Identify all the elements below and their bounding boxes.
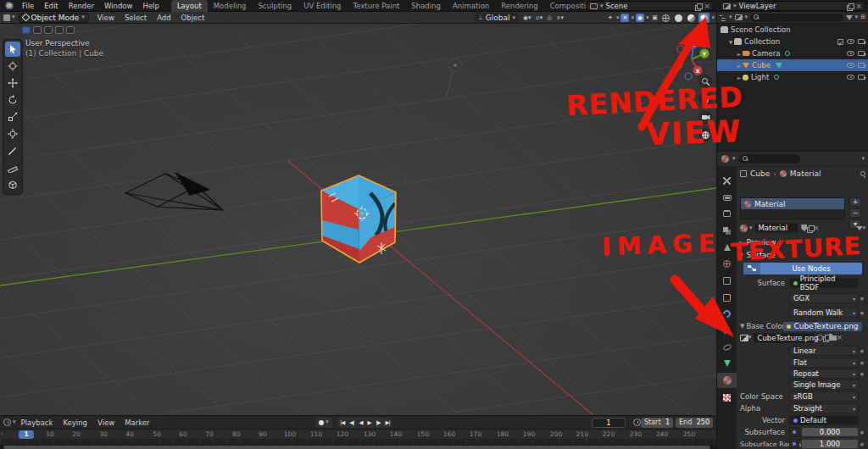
workspace-tab[interactable]: Sculpting: [252, 0, 298, 12]
blender-logo-icon[interactable]: [3, 2, 14, 10]
use-nodes-button[interactable]: Use Nodes: [743, 263, 862, 274]
outliner-row-cube[interactable]: ► Cube: [717, 59, 868, 71]
frame-start-field[interactable]: Start 1: [641, 418, 673, 428]
mode-dropdown[interactable]: Object Mode ▾: [19, 13, 89, 23]
viewport-3d[interactable]: Z Y X User Perspective (1) Collection | …: [0, 24, 716, 415]
camera-view-button[interactable]: [698, 110, 712, 124]
menu-item[interactable]: Object: [176, 12, 210, 24]
tab-particles[interactable]: [717, 323, 737, 338]
playback-button[interactable]: ▶: [364, 418, 373, 428]
caret-down-icon[interactable]: ▾: [729, 14, 732, 20]
scale-tool[interactable]: [5, 109, 20, 125]
workspace-tab[interactable]: Layout: [171, 0, 208, 12]
playback-button[interactable]: ◀: [356, 418, 364, 428]
filter-funnel-icon[interactable]: [846, 15, 853, 20]
vector-field[interactable]: Default: [789, 415, 859, 425]
timeline-ruler[interactable]: 1020304050607080901001101201301401501601…: [0, 430, 716, 439]
material-slot-row[interactable]: Material: [741, 198, 844, 209]
outliner-filter-id-icon[interactable]: [735, 14, 743, 20]
open-image-folder-icon[interactable]: [829, 335, 837, 341]
light-object[interactable]: [446, 59, 462, 99]
tab-scene[interactable]: [717, 240, 737, 255]
color-space-dropdown[interactable]: sRGB ▾: [789, 391, 859, 402]
outliner-row-light[interactable]: ► Light: [717, 71, 868, 83]
collection-chip-icon[interactable]: [22, 26, 31, 34]
expand-icon[interactable]: ►: [736, 51, 743, 57]
surface-shader-field[interactable]: Principled BSDF: [789, 278, 859, 288]
properties-search-input[interactable]: [739, 154, 800, 164]
image-name-field[interactable]: CubeTexture.png: [754, 333, 815, 343]
decorator-dot[interactable]: ●: [859, 360, 865, 365]
decorator-dot[interactable]: ●: [859, 430, 865, 435]
new-collection-icon[interactable]: ⊞: [860, 14, 865, 20]
rotate-tool[interactable]: [5, 92, 20, 108]
copy-material-icon[interactable]: [807, 225, 813, 231]
workspace-tab[interactable]: UV Editing: [298, 0, 347, 12]
collection-chip-icon[interactable]: [55, 26, 64, 34]
cursor-tool[interactable]: [5, 58, 20, 74]
current-frame-field[interactable]: 1: [592, 418, 626, 428]
axis-neg-y-ball[interactable]: [675, 62, 682, 69]
subsurface-value-slider[interactable]: 0.000: [801, 427, 859, 437]
menu-item[interactable]: Add: [152, 12, 175, 24]
view-layer-selector[interactable]: ▾ ViewLayer ×: [720, 1, 865, 11]
show-gizmo-toggle-icon[interactable]: ✕: [620, 14, 629, 22]
properties-editor-icon[interactable]: [721, 155, 729, 163]
tab-object[interactable]: [717, 290, 737, 305]
axis-neg-z-ball[interactable]: [685, 73, 692, 80]
transform-tool[interactable]: [5, 126, 20, 141]
tab-view-layer[interactable]: [717, 223, 737, 238]
remove-slot-button[interactable]: −: [849, 208, 861, 218]
caret-down-icon[interactable]: ▾: [863, 225, 866, 231]
perspective-toggle-button[interactable]: [698, 128, 712, 141]
tab-material[interactable]: [717, 373, 737, 388]
unlink-image-icon[interactable]: ×: [837, 334, 843, 341]
workspace-tab[interactable]: Shading: [405, 0, 447, 12]
timeline-editor-icon[interactable]: [3, 419, 11, 426]
workspace-tab[interactable]: Rendering: [495, 0, 543, 12]
material-name-field[interactable]: Material: [754, 223, 799, 233]
decorator-dot[interactable]: ●: [859, 296, 865, 301]
caret-down-icon[interactable]: ▾: [732, 156, 736, 162]
tab-collection[interactable]: [717, 273, 737, 288]
interpolation-dropdown[interactable]: Linear ▾: [789, 346, 859, 356]
material-specials-funnel-icon[interactable]: [856, 226, 863, 230]
show-gizmos-icon[interactable]: ✦: [606, 14, 615, 22]
menu-item[interactable]: View: [92, 417, 120, 429]
tab-object-data[interactable]: [717, 356, 737, 371]
hide-eye-icon[interactable]: [847, 63, 854, 68]
timeline-scrollbar-thumb[interactable]: [3, 446, 710, 449]
gizmo-options-caret[interactable]: ▾: [631, 15, 634, 21]
shading-rendered-button[interactable]: [698, 13, 709, 23]
pan-hand-button[interactable]: [698, 92, 712, 106]
add-cube-tool[interactable]: [5, 177, 20, 192]
decorator-dot[interactable]: ●: [859, 310, 865, 315]
caret-down-icon[interactable]: ▾: [748, 335, 752, 341]
outliner-search-input[interactable]: [750, 14, 843, 22]
tab-tool[interactable]: [717, 173, 737, 188]
properties-options-caret[interactable]: ▾: [861, 156, 865, 162]
outliner-row-scene-collection[interactable]: Scene Collection: [717, 24, 868, 36]
playback-button[interactable]: ▶|: [383, 418, 392, 428]
alpha-dropdown[interactable]: Straight ▾: [789, 403, 859, 413]
tab-output[interactable]: [717, 206, 737, 221]
pivot-point-icon[interactable]: ◉▾: [523, 15, 531, 21]
annotate-tool[interactable]: [5, 143, 20, 158]
navigation-gizmo[interactable]: Z Y X: [675, 40, 709, 80]
image-icon[interactable]: [740, 335, 748, 341]
xray-toggle-icon[interactable]: ▣: [650, 14, 659, 22]
tab-render[interactable]: [717, 190, 737, 205]
preview-section-header[interactable]: ▾ Preview: [740, 237, 865, 247]
menu-item[interactable]: Keying: [58, 417, 92, 429]
select-box-tool[interactable]: [5, 42, 20, 57]
timeline-expand-arrow[interactable]: ›: [1, 430, 3, 437]
collection-chip-icon[interactable]: [44, 26, 53, 34]
shading-solid-button[interactable]: [673, 13, 684, 23]
outliner-display-mode-icon[interactable]: [720, 14, 726, 21]
menu-item[interactable]: Marker: [120, 417, 154, 429]
move-tool[interactable]: [5, 75, 20, 91]
proportional-editing-icon[interactable]: ◎: [547, 15, 552, 21]
scene-selector[interactable]: ▾ Scene ×: [587, 1, 714, 11]
playback-button[interactable]: |▶: [373, 418, 382, 428]
tab-world[interactable]: [717, 256, 737, 271]
